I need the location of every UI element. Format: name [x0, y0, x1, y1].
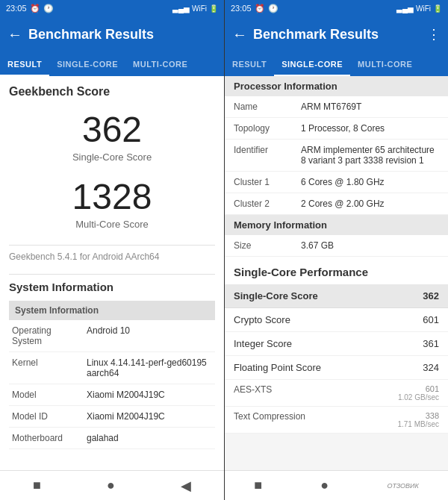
proc-label: Topology: [234, 123, 301, 134]
left-status-time: 23:05 ⏰ 🕐: [6, 4, 54, 13]
battery-icon: 🔋: [209, 4, 218, 13]
memory-title: Memory Information: [234, 219, 439, 231]
perf-row: Integer Score361: [225, 332, 448, 356]
alarm-icon: ⏰: [30, 4, 40, 13]
nav-home-right[interactable]: ●: [320, 478, 329, 493]
proc-row: NameARM MT6769T: [225, 96, 448, 118]
row-value: Xiaomi M2004J19C: [84, 384, 215, 405]
back-button-right[interactable]: ←: [232, 26, 247, 43]
perf-row-label: Integer Score: [234, 338, 292, 349]
perf-sub-row: Text Compression3381.71 MB/sec: [225, 407, 448, 434]
proc-value: 1 Processor, 8 Cores: [301, 123, 439, 134]
right-toolbar: ← Benchmark Results ⋮: [225, 16, 448, 52]
nav-recent-left[interactable]: ◀: [181, 478, 191, 494]
row-value: Linux 4.14.141-perf-ged60195aarch64: [84, 351, 215, 384]
mem-value: 3.67 GB: [301, 240, 439, 251]
single-core-score-value: 362: [9, 110, 215, 150]
proc-row: IdentifierARM implementer 65 architectur…: [225, 140, 448, 172]
right-status-time: 23:05 ⏰ 🕐: [231, 4, 279, 13]
nav-back-left[interactable]: ■: [33, 478, 41, 493]
watermark: ОТЗОВИК: [387, 482, 418, 490]
battery-icon-right: 🔋: [433, 4, 442, 13]
row-value: Android 10: [84, 320, 215, 352]
clock-icon: 🕐: [43, 4, 54, 13]
time-right: 23:05: [231, 4, 252, 13]
alarm-icon-right: ⏰: [255, 4, 265, 13]
proc-label: Cluster 1: [234, 177, 301, 187]
multi-core-score-block: 1328 Multi-Core Score: [9, 178, 215, 230]
system-info-row: Motherboardgalahad: [9, 427, 215, 449]
proc-label: Cluster 2: [234, 199, 301, 209]
right-nav-bar: ■ ● ОТЗОВИК: [225, 470, 448, 500]
single-core-row-value: 362: [423, 290, 439, 301]
perf-rows: Crypto Score601Integer Score361Floating …: [225, 308, 448, 380]
system-info-row: Model IDXiaomi M2004J19C: [9, 405, 215, 427]
perf-row: Crypto Score601: [225, 308, 448, 332]
perf-sub-label: AES-XTS: [234, 384, 272, 401]
left-toolbar: ← Benchmark Results: [0, 16, 224, 52]
proc-label: Identifier: [234, 145, 301, 166]
right-content: Processor Information NameARM MT6769TTop…: [225, 76, 448, 470]
nav-home-left[interactable]: ●: [107, 478, 115, 493]
row-label: Kernel: [9, 351, 84, 384]
single-core-perf-title: Single-Core Performance: [225, 257, 448, 284]
proc-value: 2 Cores @ 2.00 GHz: [301, 199, 439, 209]
system-info-title: System Information: [9, 281, 215, 293]
left-tabs-bar: RESULT SINGLE-CORE MULTI-CORE: [0, 52, 224, 76]
wifi-icon: WiFi: [192, 4, 207, 13]
tab-result-left[interactable]: RESULT: [0, 52, 49, 76]
divider-1: [9, 245, 215, 246]
perf-row-value: 324: [423, 362, 439, 373]
tab-multi-core-right[interactable]: MULTI-CORE: [350, 52, 420, 76]
proc-label: Name: [234, 101, 301, 112]
proc-value: 6 Cores @ 1.80 GHz: [301, 177, 439, 187]
system-info-row: Operating SystemAndroid 10: [9, 320, 215, 352]
right-status-bar: 23:05 ⏰ 🕐 ▃▄▅ WiFi 🔋: [225, 0, 448, 16]
geekbench-title: Geekbench Score: [9, 85, 215, 99]
processor-table: NameARM MT6769TTopology1 Processor, 8 Co…: [225, 96, 448, 215]
perf-sub-label: Text Compression: [234, 411, 305, 428]
proc-value: ARM MT6769T: [301, 101, 439, 112]
toolbar-title-right: Benchmark Results: [253, 27, 421, 43]
multi-core-score-value: 1328: [9, 178, 215, 217]
row-label: Motherboard: [9, 427, 84, 449]
single-core-score-row: Single-Core Score 362: [225, 284, 448, 308]
perf-row-value: 361: [423, 338, 439, 349]
proc-row: Cluster 22 Cores @ 2.00 GHz: [225, 193, 448, 215]
perf-row: Floating Point Score324: [225, 356, 448, 380]
geekbench-version: Geekbench 5.4.1 for Android AArch64: [9, 251, 215, 262]
system-info-table-header: System Information: [9, 301, 215, 320]
perf-sub-row: AES-XTS6011.02 GB/sec: [225, 380, 448, 407]
perf-sub-value: 338: [397, 411, 439, 420]
proc-row: Topology1 Processor, 8 Cores: [225, 118, 448, 140]
mem-label: Size: [234, 240, 301, 251]
row-label: Operating System: [9, 320, 84, 352]
nav-back-right[interactable]: ■: [254, 478, 262, 493]
single-core-score-label: Single-Core Score: [9, 151, 215, 163]
single-core-score-block: 362 Single-Core Score: [9, 110, 215, 163]
memory-row: Size3.67 GB: [225, 235, 448, 257]
memory-table: Size3.67 GB: [225, 235, 448, 257]
row-value: Xiaomi M2004J19C: [84, 405, 215, 427]
tab-result-right[interactable]: RESULT: [225, 52, 274, 76]
right-panel: 23:05 ⏰ 🕐 ▃▄▅ WiFi 🔋 ← Benchmark Results…: [224, 0, 448, 500]
system-info-table: System Information Operating SystemAndro…: [9, 301, 215, 449]
processor-section-header: Processor Information: [225, 76, 448, 96]
left-content: Geekbench Score 362 Single-Core Score 13…: [0, 76, 224, 470]
right-status-icons: ▃▄▅ WiFi 🔋: [396, 4, 442, 13]
row-label: Model ID: [9, 405, 84, 427]
tab-single-core-left[interactable]: SINGLE-CORE: [49, 52, 125, 76]
back-button-left[interactable]: ←: [7, 26, 22, 43]
processor-title: Processor Information: [234, 81, 439, 92]
row-value: galahad: [84, 427, 215, 449]
left-status-icons: ▃▄▅ WiFi 🔋: [172, 4, 218, 13]
toolbar-title-left: Benchmark Results: [28, 27, 217, 43]
single-core-row-label: Single-Core Score: [234, 290, 318, 301]
signal-icon: ▃▄▅: [172, 4, 190, 13]
multi-core-score-label: Multi-Core Score: [9, 219, 215, 230]
more-icon-right[interactable]: ⋮: [427, 26, 441, 43]
tab-multi-core-left[interactable]: MULTI-CORE: [125, 52, 195, 76]
right-tabs-bar: RESULT SINGLE-CORE MULTI-CORE: [225, 52, 448, 76]
clock-icon-right: 🕐: [268, 4, 279, 13]
tab-single-core-right[interactable]: SINGLE-CORE: [274, 52, 350, 76]
